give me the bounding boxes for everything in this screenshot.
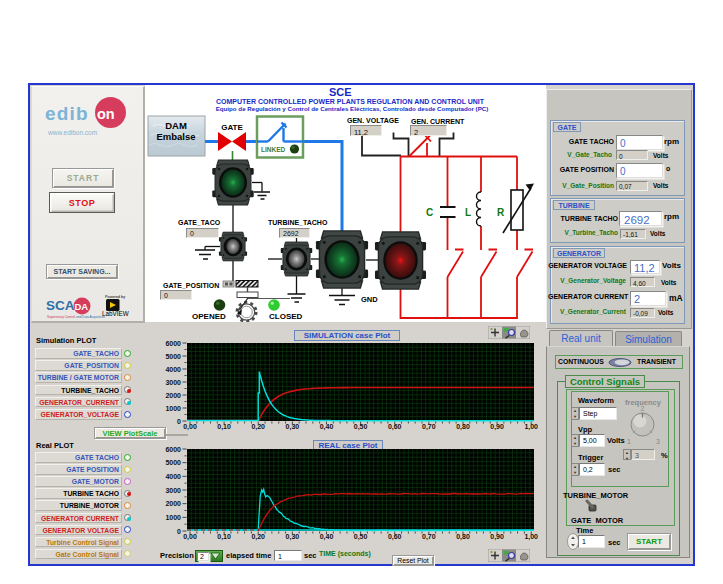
svg-text:1: 1 <box>627 438 631 445</box>
svg-text:2: 2 <box>641 405 645 412</box>
svg-text:3: 3 <box>656 438 660 445</box>
